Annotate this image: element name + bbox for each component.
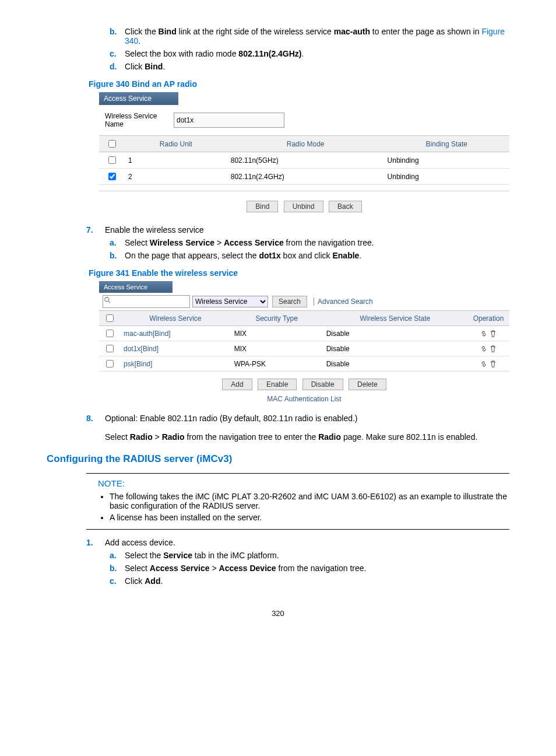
note-item: A license has been installed on the serv… bbox=[110, 513, 509, 522]
step-text: Select the Service tab in the iMC platfo… bbox=[125, 551, 509, 560]
cell-unit: 1 bbox=[125, 152, 227, 169]
section-heading: Configuring the RADIUS server (iMCv3) bbox=[47, 453, 509, 465]
step-text: Select Access Service > Access Device fr… bbox=[125, 564, 509, 573]
search-input[interactable] bbox=[103, 295, 190, 308]
bold: Add bbox=[145, 576, 160, 586]
link-icon[interactable] bbox=[480, 360, 488, 368]
cell-mode: 802.11n(5GHz) bbox=[227, 152, 384, 169]
text: Click bbox=[125, 576, 145, 586]
step-text: Click Bind. bbox=[125, 62, 509, 71]
row-checkbox[interactable] bbox=[106, 345, 114, 352]
text: On the page that appears, select the bbox=[125, 251, 259, 260]
trash-icon[interactable] bbox=[489, 360, 497, 368]
cell-security: MIX bbox=[231, 326, 323, 341]
link-icon[interactable] bbox=[480, 330, 488, 338]
cell-state: Disable bbox=[323, 326, 467, 341]
bold: Wireless Service bbox=[150, 238, 214, 247]
trash-icon[interactable] bbox=[489, 330, 497, 338]
bind-table: Radio Unit Radio Mode Binding State 1802… bbox=[99, 135, 509, 185]
text: Select the bbox=[125, 551, 163, 560]
text: from the navigation tree to enter the bbox=[185, 432, 319, 442]
step-letter: c. bbox=[110, 49, 125, 58]
select-all-checkbox[interactable] bbox=[106, 314, 114, 322]
mac-auth-list-link[interactable]: MAC Authentication List bbox=[99, 395, 509, 403]
wireless-service-name-input[interactable] bbox=[174, 113, 284, 128]
note-item: The following takes the iMC (iMC PLAT 3.… bbox=[110, 492, 509, 510]
text: to enter the page as shown in bbox=[370, 27, 481, 36]
text: from the navigation tree. bbox=[284, 238, 374, 247]
text: Optional: Enable 802.11n radio (By defau… bbox=[105, 414, 358, 423]
text: . bbox=[359, 251, 361, 260]
bind-button[interactable]: Bind bbox=[247, 201, 278, 212]
row-checkbox[interactable] bbox=[106, 360, 114, 368]
col-header: Radio Mode bbox=[227, 136, 384, 152]
text: > bbox=[210, 564, 219, 573]
step-text: Optional: Enable 802.11n radio (By defau… bbox=[105, 414, 509, 442]
enable-button[interactable]: Enable bbox=[258, 379, 297, 390]
text: tab in the iMC platform. bbox=[192, 551, 279, 560]
bold: Access Service bbox=[150, 564, 210, 573]
delete-button[interactable]: Delete bbox=[349, 379, 386, 390]
text: Select bbox=[105, 432, 130, 442]
cell-security: MIX bbox=[231, 341, 323, 356]
table-row: 1802.11n(5GHz)Unbinding bbox=[99, 152, 509, 169]
cell-security: WPA-PSK bbox=[231, 356, 323, 372]
bold: Radio bbox=[318, 432, 341, 442]
panel-title: Access Service bbox=[99, 92, 178, 105]
svg-line-1 bbox=[108, 301, 111, 303]
text: Click bbox=[125, 62, 145, 71]
bold: Bind bbox=[159, 27, 177, 36]
step-text: Click the Bind link at the right side of… bbox=[125, 27, 509, 46]
bold: 802.11n(2.4GHz) bbox=[238, 49, 301, 58]
col-header: Operation bbox=[467, 311, 509, 326]
step-number: 1. bbox=[86, 538, 105, 547]
disable-button[interactable]: Disable bbox=[302, 379, 343, 390]
bold: Radio bbox=[162, 432, 185, 442]
cell-state: Disable bbox=[323, 341, 467, 356]
step-text: Select Wireless Service > Access Service… bbox=[125, 238, 509, 247]
service-name-link[interactable]: psk[Bind] bbox=[120, 356, 231, 372]
advanced-search-link[interactable]: Advanced Search bbox=[314, 298, 373, 306]
table-row: mac-auth[Bind]MIXDisable bbox=[99, 326, 509, 341]
cell-mode: 802.11n(2.4GHz) bbox=[227, 169, 384, 185]
col-header: Wireless Service State bbox=[323, 311, 467, 326]
link-icon[interactable] bbox=[480, 345, 488, 353]
text: from the navigation tree. bbox=[276, 564, 367, 573]
page-number: 320 bbox=[47, 609, 509, 618]
text: Select bbox=[125, 238, 150, 247]
trash-icon[interactable] bbox=[489, 345, 497, 353]
panel-title: Access Service bbox=[99, 281, 173, 293]
row-checkbox[interactable] bbox=[108, 156, 116, 164]
select-all-checkbox[interactable] bbox=[108, 140, 116, 148]
service-name-link[interactable]: mac-auth[Bind] bbox=[120, 326, 231, 341]
search-icon bbox=[103, 295, 190, 308]
text: . bbox=[302, 49, 304, 58]
step-letter: c. bbox=[110, 576, 125, 586]
search-field-select[interactable]: Wireless Service bbox=[192, 296, 268, 307]
bold: Radio bbox=[130, 432, 153, 442]
field-label: Wireless Service Name bbox=[105, 112, 169, 128]
back-button[interactable]: Back bbox=[329, 201, 362, 212]
service-name-link[interactable]: dot1x[Bind] bbox=[120, 341, 231, 356]
text: page. Make sure 802.11n is enabled. bbox=[341, 432, 477, 442]
step-letter: b. bbox=[110, 251, 125, 260]
col-header: Security Type bbox=[231, 311, 323, 326]
step-text: Click Add. bbox=[125, 576, 509, 586]
add-button[interactable]: Add bbox=[222, 379, 252, 390]
step-text: Select the box with radio mode 802.11n(2… bbox=[125, 49, 509, 58]
row-checkbox[interactable] bbox=[106, 330, 114, 337]
service-table: Wireless Service Security Type Wireless … bbox=[99, 310, 509, 372]
step-text: Enable the wireless service bbox=[105, 225, 509, 235]
text: > bbox=[153, 432, 162, 442]
cell-state: Disable bbox=[323, 356, 467, 372]
step-text: Add access device. bbox=[105, 538, 509, 547]
cell-operation bbox=[467, 341, 509, 356]
row-checkbox[interactable] bbox=[108, 173, 116, 180]
search-button[interactable]: Search bbox=[272, 296, 307, 307]
note-box: NOTE: The following takes the iMC (iMC P… bbox=[86, 473, 509, 530]
cell-state: Unbinding bbox=[384, 152, 509, 169]
step-number: 7. bbox=[86, 225, 105, 235]
text: Click the bbox=[125, 27, 159, 36]
table-row: psk[Bind]WPA-PSKDisable bbox=[99, 356, 509, 372]
unbind-button[interactable]: Unbind bbox=[284, 201, 323, 212]
